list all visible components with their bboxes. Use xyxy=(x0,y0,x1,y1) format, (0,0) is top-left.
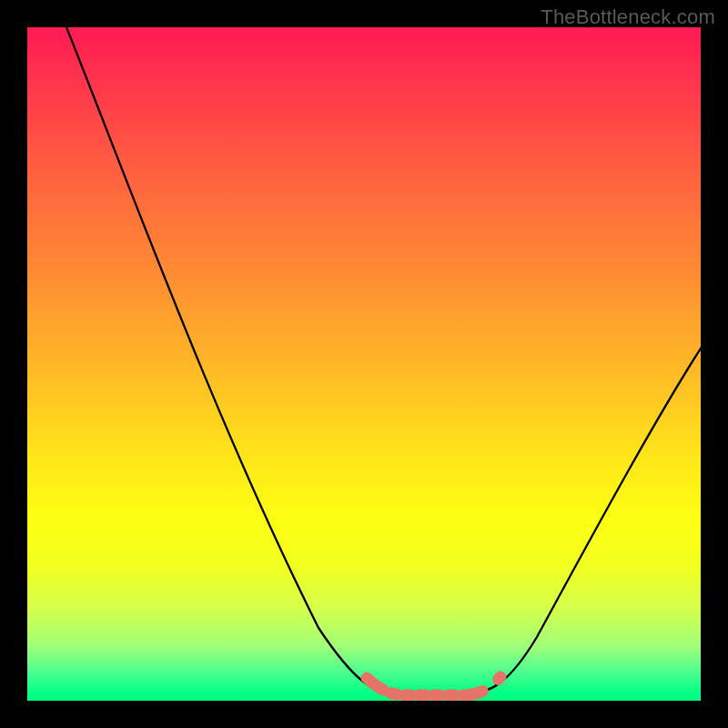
plot-area xyxy=(27,27,701,701)
watermark-text: TheBottleneck.com xyxy=(541,5,715,29)
optimal-band xyxy=(367,677,500,695)
chart-container: TheBottleneck.com xyxy=(0,0,728,728)
curve-overlay xyxy=(27,27,701,701)
bottleneck-curve xyxy=(59,27,701,695)
